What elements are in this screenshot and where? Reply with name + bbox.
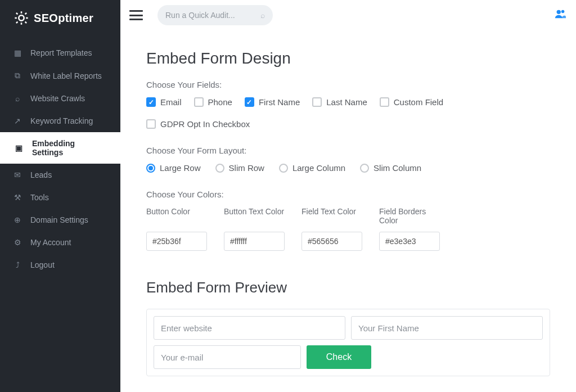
nav-list: ▦Report Templates ⧉White Label Reports ⌕… <box>0 37 120 276</box>
menu-toggle-icon[interactable] <box>129 10 143 20</box>
checkbox-icon <box>146 97 156 107</box>
field-custom[interactable]: Custom Field <box>380 97 443 107</box>
preview-firstname-input[interactable] <box>351 316 543 340</box>
color-col-field-text: Field Text Color <box>302 207 367 251</box>
button-color-input[interactable] <box>146 232 207 251</box>
radio-icon <box>215 164 224 173</box>
search-icon: ⌕ <box>260 11 265 20</box>
preview-box: Check <box>146 309 550 376</box>
sidebar-item-tools[interactable]: ⚒Tools <box>0 186 120 209</box>
embed-icon: ▣ <box>14 143 24 152</box>
fields-label: Choose Your Fields: <box>146 80 550 89</box>
gear-icon: ⚙ <box>12 238 22 247</box>
preview-email-input[interactable] <box>154 345 301 369</box>
brand-name: SEOptimer <box>34 12 93 25</box>
radio-icon <box>360 164 369 173</box>
sidebar-item-domain-settings[interactable]: ⊕Domain Settings <box>0 209 120 231</box>
preview-title: Embed Form Preview <box>146 279 550 296</box>
sidebar: SEOptimer ▦Report Templates ⧉White Label… <box>0 0 120 392</box>
checkbox-icon <box>245 97 254 107</box>
svg-point-0 <box>19 15 24 20</box>
search-icon: ⌕ <box>12 94 22 103</box>
checkbox-icon <box>312 97 322 107</box>
layout-slim-row[interactable]: Slim Row <box>215 163 264 173</box>
field-email[interactable]: Email <box>146 97 182 107</box>
main-content: Embed Form Design Choose Your Fields: Em… <box>120 30 576 392</box>
mail-icon: ✉ <box>12 170 22 179</box>
chart-icon: ↗ <box>12 116 22 125</box>
document-icon: ▦ <box>12 48 22 57</box>
checkbox-icon <box>146 119 156 129</box>
sidebar-item-white-label-reports[interactable]: ⧉White Label Reports <box>0 64 120 87</box>
colors-grid: Button Color Button Text Color Field Tex… <box>146 207 550 251</box>
color-col-button-text: Button Text Color <box>224 207 289 251</box>
field-gdpr[interactable]: GDPR Opt In Checkbox <box>146 119 250 129</box>
quick-audit-search[interactable]: ⌕ <box>158 5 273 25</box>
layout-slim-column[interactable]: Slim Column <box>360 163 421 173</box>
hammer-icon: ⚒ <box>12 193 22 202</box>
users-icon[interactable] <box>554 8 567 22</box>
layout-row: Large Row Slim Row Large Column Slim Col… <box>146 163 550 173</box>
copy-icon: ⧉ <box>12 71 22 80</box>
field-phone[interactable]: Phone <box>194 97 232 107</box>
checkbox-icon <box>380 97 389 107</box>
layout-label: Choose Your Form Layout: <box>146 146 550 155</box>
topbar: ⌕ <box>120 0 576 30</box>
sidebar-item-leads[interactable]: ✉Leads <box>0 164 120 186</box>
radio-icon <box>146 164 155 173</box>
sidebar-item-report-templates[interactable]: ▦Report Templates <box>0 42 120 64</box>
layout-large-row[interactable]: Large Row <box>146 163 201 173</box>
svg-point-2 <box>561 10 565 13</box>
field-borders-color-input[interactable] <box>379 232 440 251</box>
logo-icon <box>14 10 29 26</box>
field-last-name[interactable]: Last Name <box>312 97 367 107</box>
sidebar-item-my-account[interactable]: ⚙My Account <box>0 231 120 254</box>
color-col-field-borders: Field Borders Color <box>379 207 444 251</box>
svg-point-1 <box>557 10 561 14</box>
radio-icon <box>279 164 288 173</box>
logout-icon: ⤴ <box>12 260 22 269</box>
sidebar-item-website-crawls[interactable]: ⌕Website Crawls <box>0 87 120 110</box>
search-input[interactable] <box>165 11 265 20</box>
page-title: Embed Form Design <box>146 49 550 67</box>
layout-large-column[interactable]: Large Column <box>279 163 345 173</box>
fields-row: Email Phone First Name Last Name Custom … <box>146 97 550 129</box>
colors-label: Choose Your Colors: <box>146 190 550 199</box>
sidebar-item-keyword-tracking[interactable]: ↗Keyword Tracking <box>0 110 120 132</box>
sidebar-item-embedding-settings[interactable]: ▣Embedding Settings <box>0 132 120 164</box>
preview-check-button[interactable]: Check <box>307 345 371 369</box>
logo[interactable]: SEOptimer <box>0 0 120 37</box>
color-col-button: Button Color <box>146 207 212 251</box>
preview-website-input[interactable] <box>154 316 345 340</box>
checkbox-icon <box>194 97 204 107</box>
button-text-color-input[interactable] <box>224 232 285 251</box>
sidebar-item-logout[interactable]: ⤴Logout <box>0 254 120 276</box>
field-text-color-input[interactable] <box>302 232 362 251</box>
globe-icon: ⊕ <box>12 215 22 224</box>
field-first-name[interactable]: First Name <box>245 97 300 107</box>
